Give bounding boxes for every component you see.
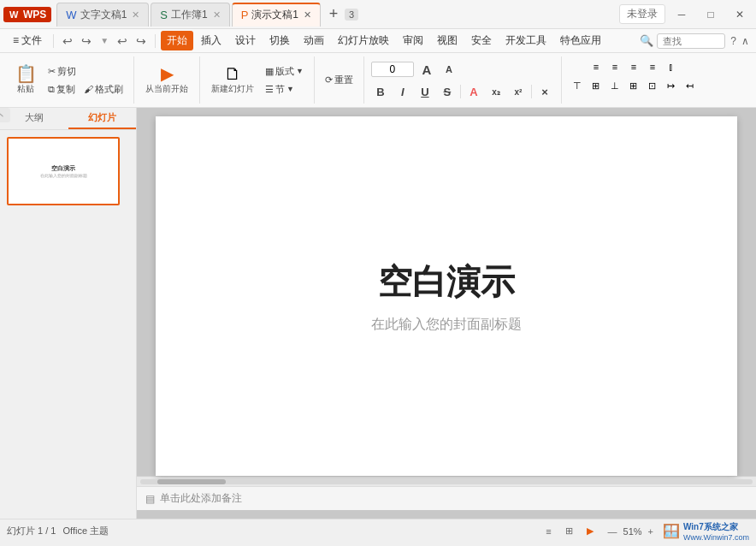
normal-view-button[interactable]: ≡ [540,523,558,540]
reset-label: 重置 [334,74,353,86]
valign-mid[interactable]: ⊞ [588,77,605,94]
align-justify-button[interactable]: ≡ [644,58,661,75]
tab-slides[interactable]: 幻灯片 [68,108,137,129]
slide-thumbnail-1[interactable]: 空白演示 在此输入您的封面副标题 [7,137,120,205]
undo-button[interactable]: ↩ [59,33,76,50]
superscript-button[interactable]: x² [509,82,528,101]
search-input[interactable] [657,33,725,49]
valign-bot[interactable]: ⊥ [606,77,623,94]
zoom-out-button[interactable]: — [605,526,620,537]
layout-button[interactable]: ▦ 版式 ▼ [262,63,307,80]
slide-item-1[interactable]: 1 空白演示 在此输入您的封面副标题 [7,137,129,211]
collapse-ribbon-button[interactable]: ∧ [741,35,749,47]
close-icon: ✕ [735,9,744,21]
font-size-decrease[interactable]: A [440,60,458,79]
text-dir[interactable]: ⊞ [625,77,642,94]
new-slide-icon: 🗋 [224,65,241,82]
zoom-level: 51% [623,526,642,537]
font-size-increase[interactable]: A [417,60,436,79]
section-button[interactable]: ☰ 节 ▼ [262,81,307,98]
font-size-input[interactable] [371,62,414,77]
menu-devtools[interactable]: 开发工具 [499,31,552,50]
format-painter-icon: 🖌 [84,84,93,94]
winwin-icon: 🪟 [663,523,680,539]
panel-collapse-button[interactable]: ‹ [0,108,10,122]
menu-right-area: 🔍 ? ∧ [640,33,749,49]
slide-canvas[interactable]: 空白演示 在此输入您的封面副标题 [156,116,737,476]
menu-review[interactable]: 审阅 [397,31,429,50]
underline-button[interactable]: U [416,82,434,101]
grid-view-button[interactable]: ⊞ [561,523,578,540]
zoom-in-button[interactable]: + [646,526,656,537]
reset-icon: ⟳ [325,74,333,86]
decrease-indent[interactable]: ↤ [682,77,699,94]
clipboard-small-group: ✂ 剪切 ⧉ 复制 🖌 格式刷 [44,63,127,98]
reset-button[interactable]: ⟳ 重置 [322,72,357,88]
increase-indent[interactable]: ↦ [663,77,680,94]
excel-tab-close[interactable]: ✕ [213,9,221,21]
undo-dropdown[interactable]: ▼ [97,34,112,47]
cut-row: ✂ 剪切 [44,63,127,80]
align-center-button[interactable]: ≡ [606,58,623,75]
redo2-button[interactable]: ↪ [133,33,150,50]
menu-special[interactable]: 特色应用 [554,31,607,50]
menu-view[interactable]: 视图 [431,31,464,50]
redo-button[interactable]: ↪ [78,33,95,50]
layout-dropdown[interactable]: ▼ [296,67,304,75]
valign-top[interactable]: ⊤ [569,77,586,94]
section-dropdown[interactable]: ▼ [286,85,294,93]
font-color-button[interactable]: A [464,82,483,101]
slideshow-view-button[interactable]: ▶ [582,523,599,540]
close-button[interactable]: ✕ [727,3,753,26]
slide-sub-title[interactable]: 在此输入您的封面副标题 [371,316,522,334]
titlebar: W WPS W 文字文稿1 ✕ S 工作簿1 ✕ P 演示文稿1 ✕ + 3 未… [0,0,756,29]
subscript-button[interactable]: x₂ [487,82,505,101]
clear-format-button[interactable]: × [535,82,554,101]
menu-design[interactable]: 设计 [229,31,262,50]
help-button[interactable]: ? [730,35,736,47]
doc-tab-icon: W [66,9,76,21]
wps-logo: W WPS [3,7,51,22]
align-right-button[interactable]: ≡ [625,58,642,75]
menu-transition[interactable]: 切换 [263,31,296,50]
minimize-icon: ─ [678,9,686,21]
tab-doc[interactable]: W 文字文稿1 ✕ [56,3,149,27]
new-slide-button[interactable]: 🗋 新建幻灯片 [207,62,258,98]
copy-button[interactable]: ⧉ 复制 [44,81,79,98]
cut-button[interactable]: ✂ 剪切 [44,63,80,80]
italic-button[interactable]: I [393,82,412,101]
login-button[interactable]: 未登录 [619,4,665,24]
slide-mini-title: 空白演示 [51,164,75,173]
main-area: ‹ 大纲 幻灯片 1 空白演示 在此输入您的封面副标题 空白演示 在此输入您的封… [0,108,756,519]
undo2-button[interactable]: ↩ [114,33,131,50]
paste-button[interactable]: 📋 粘贴 [10,62,41,98]
menu-home[interactable]: 开始 [161,31,193,50]
tab-excel[interactable]: S 工作簿1 ✕ [151,3,229,27]
align-left-button[interactable]: ≡ [588,58,605,75]
notes-placeholder[interactable]: 单击此处添加备注 [160,491,242,506]
play-from-button[interactable]: ▶ 从当前开始 [141,62,192,98]
strikethrough-button[interactable]: S [438,82,457,101]
menu-slideshow[interactable]: 幻灯片放映 [332,31,395,50]
restore-button[interactable]: □ [698,3,724,26]
tab-ppt[interactable]: P 演示文稿1 ✕ [232,3,321,27]
text-wrap[interactable]: ⊡ [644,77,661,94]
menu-security[interactable]: 安全 [465,31,498,50]
menu-animation[interactable]: 动画 [298,31,330,50]
doc-tab-close[interactable]: ✕ [132,9,139,21]
bold-button[interactable]: B [371,82,390,101]
menu-insert[interactable]: 插入 [195,31,227,50]
horizontal-scrollbar[interactable] [137,476,756,486]
scroll-thumb[interactable] [157,479,226,484]
svg-text:W: W [9,9,19,20]
menu-file[interactable]: ≡ 文件 [7,31,48,50]
ppt-tab-close[interactable]: ✕ [304,9,311,21]
new-tab-button[interactable]: + [322,3,345,26]
canvas-area: 空白演示 在此输入您的封面副标题 ▤ 单击此处添加备注 [137,108,756,519]
align-col-button[interactable]: ⫿ [663,58,680,75]
minimize-button[interactable]: ─ [669,3,694,26]
search-area: 🔍 [640,33,725,49]
play-group: ▶ 从当前开始 [138,56,200,104]
slide-main-title[interactable]: 空白演示 [378,258,515,306]
format-painter-button[interactable]: 🖌 格式刷 [80,81,127,98]
